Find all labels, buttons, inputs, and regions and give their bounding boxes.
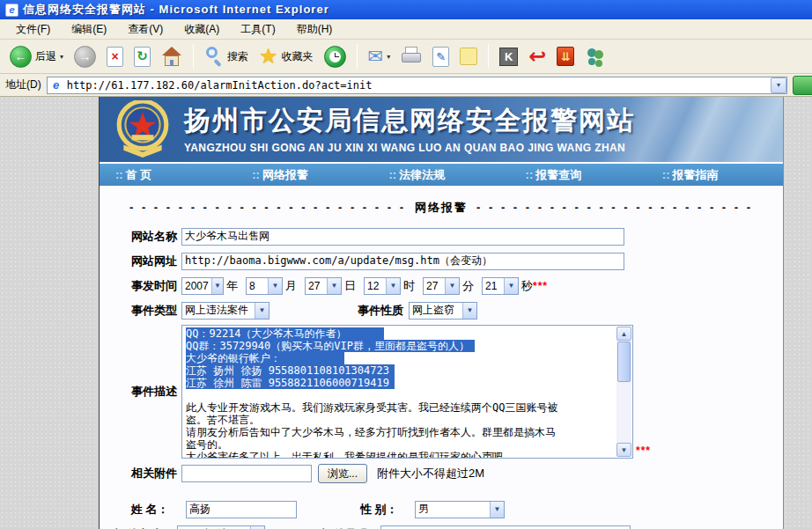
attachment-input[interactable] [181,465,312,482]
selected-text-line: 大少爷的银行帐户： [186,352,616,364]
nav-item-guide[interactable]: ::报警指南 [646,167,783,183]
selected-text-line: 江苏 扬州 徐扬 9558801108101304723 [186,364,616,377]
messenger-button[interactable] [455,46,482,67]
menu-view[interactable]: 查看(V) [119,19,172,40]
edit-icon: ✎ [432,47,449,67]
description-textarea[interactable]: QQ：92214（大少爷木马的作者） QQ群：35729940（购买木马的VIP… [181,325,633,459]
download-manager-button[interactable]: ⇊ [552,45,579,68]
menu-edit[interactable]: 编辑(E) [63,19,115,40]
day-select[interactable]: 27▼ [305,277,342,295]
chevron-down-icon: ▼ [255,303,269,319]
nav-item-laws[interactable]: ::法律法规 [373,167,509,183]
title-bar: e 信息网络安全报警网站 - Microsoft Internet Explor… [0,0,812,19]
search-label: 搜索 [227,49,248,64]
police-badge-logo [115,100,170,161]
mail-button[interactable]: ✉ ▾ [364,46,395,67]
people-icon [585,47,606,66]
gender-label: 性 别： [360,502,415,518]
scroll-down-button[interactable]: ▼ [616,443,631,457]
spacer [100,488,783,495]
site-name-row: 网站名称 [131,226,783,246]
search-button[interactable]: 搜索 [200,44,253,69]
back-dropdown-icon: ▾ [60,53,63,61]
history-button[interactable] [320,44,351,70]
home-icon [161,47,182,67]
site-url-input[interactable] [181,253,624,270]
minute-select[interactable]: 27▼ [423,277,460,295]
attachment-hint: 附件大小不得超过2M [377,466,484,481]
print-button[interactable] [396,45,426,68]
scrollbar-thumb[interactable] [617,342,631,382]
month-select[interactable]: 8▼ [246,277,283,295]
incident-time-row: 事发时间 2007▼ 年 8▼ 月 27▼ 日 12▼ 时 27▼ 分 21▼ … [131,276,783,296]
text-line [186,389,616,401]
year-unit: 年 [226,278,238,294]
edit-button[interactable]: ✎ [428,45,454,69]
text-line: 盗号的。 [186,438,616,451]
textarea-scrollbar[interactable]: ▲ ▼ [616,327,631,457]
year-select[interactable]: 2007▼ [181,277,224,295]
favorites-button[interactable]: ★ 收藏夹 [255,45,318,68]
description-text: QQ：92214（大少爷木马的作者） QQ群：35729940（购买木马的VIP… [183,327,616,458]
id-number-input[interactable] [380,525,631,529]
forward-icon: → [74,46,96,68]
nav-item-report[interactable]: ::网络报警 [236,167,373,183]
second-select[interactable]: 21▼ [482,277,519,295]
ie-icon: e [50,79,63,92]
text-line: 此人专业开发游戏木马。我们游戏玩家身受其害。我已经连续两个QQ三国账号被 [186,401,616,414]
back-label: 后退 [35,49,56,64]
day-unit: 日 [344,278,356,294]
name-input[interactable] [186,501,297,518]
site-name-label: 网站名称 [131,229,181,245]
home-button[interactable] [157,45,187,69]
k-square-icon: K [499,48,518,66]
toolbar: ← 后退 ▾ → × ↻ 搜索 ★ 收藏夹 ✉ ▾ [0,40,812,74]
incident-type-label: 事件类型 [131,303,181,319]
selected-text-line: QQ：92214（大少爷木马的作者） [186,327,616,340]
go-button[interactable] [793,76,812,95]
refresh-button[interactable]: ↻ [129,45,155,69]
hour-unit: 时 [403,278,415,294]
chevron-down-icon: ▼ [462,303,476,319]
red-arrow-icon: ↩ [528,47,546,66]
browse-button[interactable]: 浏览... [318,464,367,483]
ie-page-icon: e [5,4,18,17]
scroll-up-button[interactable]: ▲ [616,327,631,341]
id-type-label: 证件名称： [115,526,177,529]
name-row: 姓 名： 性 别： 男▼ [131,499,783,519]
main-nav: ::首 页 ::网络报警 ::法律法规 ::报警查询 ::报警指南 [100,162,783,186]
print-icon [401,47,422,66]
stop-icon: × [107,47,123,67]
menu-help[interactable]: 帮助(H) [288,19,342,40]
forward-button[interactable]: → [70,44,100,70]
nav-item-home[interactable]: ::首 页 [100,167,236,183]
history-clock-icon [324,46,346,68]
month-unit: 月 [285,278,297,294]
back-button[interactable]: ← 后退 ▾ [5,44,68,70]
menu-favorites[interactable]: 收藏(A) [175,19,228,40]
flashget-button[interactable]: ↩ [524,45,550,68]
incident-nature-label: 事件性质 [358,303,403,319]
contacts-button[interactable] [580,45,610,68]
gender-select[interactable]: 男▼ [415,501,505,518]
download-box-icon: ⇊ [557,47,574,66]
stop-button[interactable]: × [102,45,128,69]
menu-tools[interactable]: 工具(T) [232,19,284,40]
menu-file[interactable]: 文件(F) [7,19,59,40]
site-subtitle: YANGZHOU SHI GONG AN JU XIN XI WANG LUO … [184,142,635,154]
incident-type-select[interactable]: 网上违法案件▼ [181,302,269,320]
hour-select[interactable]: 12▼ [364,277,401,295]
browser-window: e 信息网络安全报警网站 - Microsoft Internet Explor… [0,0,812,529]
address-input[interactable]: e http://61.177.182.60/alarmInitAction.d… [47,77,787,94]
site-banner: 扬州市公安局信息网络安全报警网站 YANGZHOU SHI GONG AN JU… [100,97,783,162]
id-type-select[interactable]: 居民身份证▼ [177,525,265,529]
site-name-input[interactable] [181,228,624,246]
toolbar-separator [488,44,489,69]
site-url-label: 网站网址 [131,253,181,269]
address-dropdown-button[interactable]: ▾ [771,77,786,93]
incident-nature-select[interactable]: 网上盗窃▼ [409,302,477,320]
nav-item-query[interactable]: ::报警查询 [510,167,646,183]
incident-time-label: 事发时间 [131,278,181,294]
name-label: 姓 名： [131,502,186,518]
plugin-k-button[interactable]: K [495,46,522,68]
